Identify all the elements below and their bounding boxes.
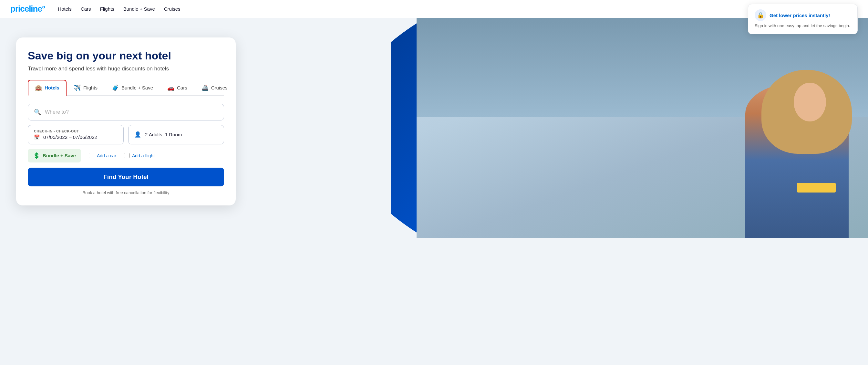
search-card: Save big on your next hotel Travel more … [16, 37, 236, 206]
cruises-icon: 🚢 [202, 84, 209, 91]
hotels-icon: 🏨 [35, 84, 42, 91]
lock-icon: 🔒 [755, 9, 766, 21]
signin-popup-title: Get lower prices instantly! [770, 12, 830, 18]
guests-picker[interactable]: 👤 2 Adults, 1 Room [128, 125, 224, 144]
tab-cruises[interactable]: 🚢 Cruises [194, 80, 235, 96]
tab-bundle[interactable]: 🧳 Bundle + Save [104, 80, 160, 96]
nav-bundle[interactable]: Bundle + Save [123, 6, 155, 12]
navbar: priceline° Hotels Cars Flights Bundle + … [0, 0, 868, 18]
destination-placeholder: Where to? [45, 109, 69, 115]
calendar-icon: 📅 [34, 134, 40, 140]
hero-photo-bg [416, 18, 868, 238]
bundle-badge: 💲 Bundle + Save [28, 149, 81, 162]
add-car-input[interactable] [89, 153, 94, 158]
card-subheadline: Travel more and spend less with huge dis… [28, 66, 224, 72]
add-car-label: Add a car [97, 153, 116, 158]
person-icon: 👤 [134, 131, 141, 138]
face [794, 83, 826, 121]
guests-value: 2 Adults, 1 Room [145, 132, 182, 137]
search-tabs: 🏨 Hotels ✈️ Flights 🧳 Bundle + Save 🚗 Ca… [28, 80, 224, 96]
hero-photo [416, 18, 868, 238]
date-picker[interactable]: Check-in - Check-out 📅 07/05/2022 – 07/0… [28, 125, 124, 144]
date-value: 📅 07/05/2022 – 07/06/2022 [34, 134, 118, 140]
logo-dot: ° [42, 4, 45, 13]
nav-flights[interactable]: Flights [100, 6, 114, 12]
find-note: Book a hotel with free cancellation for … [28, 190, 224, 195]
signin-popup-subtitle: Sign in with one easy tap and let the sa… [755, 23, 851, 29]
tab-hotels[interactable]: 🏨 Hotels [28, 80, 66, 96]
dollar-icon: 💲 [33, 152, 40, 159]
flights-icon: ✈️ [73, 84, 81, 91]
destination-input[interactable]: 🔍 Where to? [28, 104, 224, 120]
add-flight-checkbox[interactable]: Add a flight [124, 153, 155, 158]
date-guest-row: Check-in - Check-out 📅 07/05/2022 – 07/0… [28, 125, 224, 144]
add-flight-input[interactable] [124, 153, 129, 158]
nav-hotels[interactable]: Hotels [58, 6, 72, 12]
find-hotel-button[interactable]: Find Your Hotel [28, 168, 224, 186]
bundle-row: 💲 Bundle + Save Add a car Add a flight [28, 149, 224, 162]
tab-cruises-label: Cruises [211, 85, 228, 90]
search-icon: 🔍 [34, 109, 41, 116]
logo[interactable]: priceline° [10, 4, 45, 14]
nav-cruises[interactable]: Cruises [164, 6, 181, 12]
tab-flights-label: Flights [83, 85, 97, 90]
search-row: 🔍 Where to? [28, 104, 224, 120]
date-label: Check-in - Check-out [34, 129, 118, 133]
bundle-icon: 🧳 [112, 84, 119, 91]
tab-hotels-label: Hotels [44, 85, 59, 90]
book [797, 183, 836, 192]
card-wrapper: Save big on your next hotel Travel more … [0, 18, 477, 238]
tab-cars-label: Cars [177, 85, 187, 90]
card-headline: Save big on your next hotel [28, 49, 224, 62]
cars-icon: 🚗 [167, 84, 175, 91]
tab-cars[interactable]: 🚗 Cars [160, 80, 194, 96]
add-flight-label: Add a flight [132, 153, 155, 158]
nav-cars[interactable]: Cars [81, 6, 91, 12]
add-car-checkbox[interactable]: Add a car [89, 153, 116, 158]
bundle-label: Bundle + Save [42, 153, 76, 158]
tab-bundle-label: Bundle + Save [121, 85, 153, 90]
hero: Save big on your next hotel Travel more … [0, 18, 868, 238]
nav-links: Hotels Cars Flights Bundle + Save Cruise… [58, 6, 180, 12]
tab-flights[interactable]: ✈️ Flights [66, 80, 104, 96]
signin-popup: 🔒 Get lower prices instantly! Sign in wi… [748, 4, 858, 34]
signin-popup-header: 🔒 Get lower prices instantly! [755, 9, 851, 21]
